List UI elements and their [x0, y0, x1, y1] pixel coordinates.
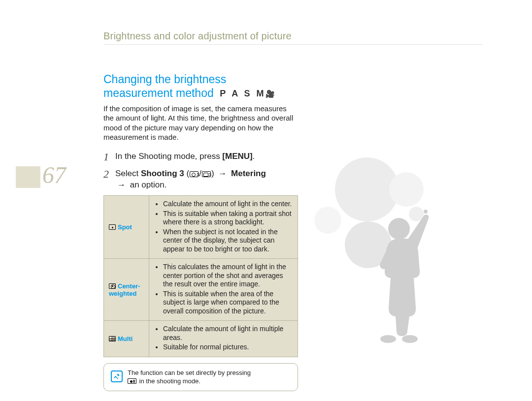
camera3-icon	[190, 171, 199, 177]
table-row: Multi Calculate the amount of light in m…	[104, 321, 298, 357]
note-icon	[111, 370, 123, 382]
bullet: This is suitable when taking a portrait …	[163, 210, 293, 227]
table-row: Spot Calculate the amount of light in th…	[104, 196, 298, 259]
svg-point-0	[388, 218, 410, 240]
main-content: Changing the brightness measurement meth…	[103, 73, 298, 391]
decorative-illustration	[296, 157, 488, 364]
bullet: Calculate the amount of light in the cen…	[163, 200, 293, 209]
step-number: 1	[103, 151, 115, 163]
row-desc: Calculate the amount of light in multipl…	[149, 321, 298, 357]
center-weighted-icon	[109, 283, 116, 289]
spot-icon	[109, 224, 116, 230]
step-body: In the Shooting mode, press [MENU].	[115, 151, 255, 162]
row-desc: Calculate the amount of light in the cen…	[149, 196, 298, 259]
section-title-line1: Changing the brightness	[103, 73, 226, 86]
note-box: The function can be set directly by pres…	[103, 363, 298, 391]
page-number: 67	[42, 161, 66, 188]
row-label-multi: Multi	[104, 321, 149, 357]
bullet: When the subject is not located in the c…	[163, 228, 293, 254]
section-title: Changing the brightness measurement meth…	[103, 73, 298, 100]
section-intro: If the composition of image is set, the …	[103, 104, 298, 142]
steps-list: 1 In the Shooting mode, press [MENU]. 2 …	[103, 151, 298, 191]
row-label-center: Center-weighted	[104, 259, 149, 321]
bullet: This is suitable when the area of the su…	[163, 290, 293, 316]
mode-indicator: P A S M🎥	[220, 89, 275, 99]
table-row: Center-weighted This calculates the amou…	[104, 259, 298, 321]
svg-point-2	[402, 335, 418, 343]
bullet: Suitable for normal pictures.	[163, 343, 293, 352]
note-text: The function can be set directly by pres…	[128, 369, 291, 386]
multi-icon	[109, 336, 116, 341]
step-2: 2 Select Shooting 3 (/) → Metering → an …	[103, 168, 298, 191]
svg-point-3	[424, 210, 428, 214]
child-silhouette-icon	[365, 199, 433, 347]
bullet: Calculate the amount of light in multipl…	[163, 325, 293, 342]
row-label-spot: Spot	[104, 196, 149, 259]
metering-button-icon	[128, 378, 136, 384]
section-title-line2: measurement method	[103, 87, 214, 99]
header-rule	[103, 44, 483, 45]
row-desc: This calculates the amount of light in t…	[149, 259, 298, 321]
metering-table: Spot Calculate the amount of light in th…	[103, 195, 298, 357]
step-1: 1 In the Shooting mode, press [MENU].	[103, 151, 298, 163]
movie3-icon	[202, 171, 211, 177]
svg-point-1	[380, 335, 396, 343]
bullet: This calculates the amount of light in t…	[163, 263, 293, 289]
step-body: Select Shooting 3 (/) → Metering → an op…	[115, 168, 266, 191]
page-number-tab	[16, 166, 40, 188]
step-number: 2	[103, 168, 115, 181]
header-title: Brightness and color adjustment of pictu…	[103, 31, 292, 42]
